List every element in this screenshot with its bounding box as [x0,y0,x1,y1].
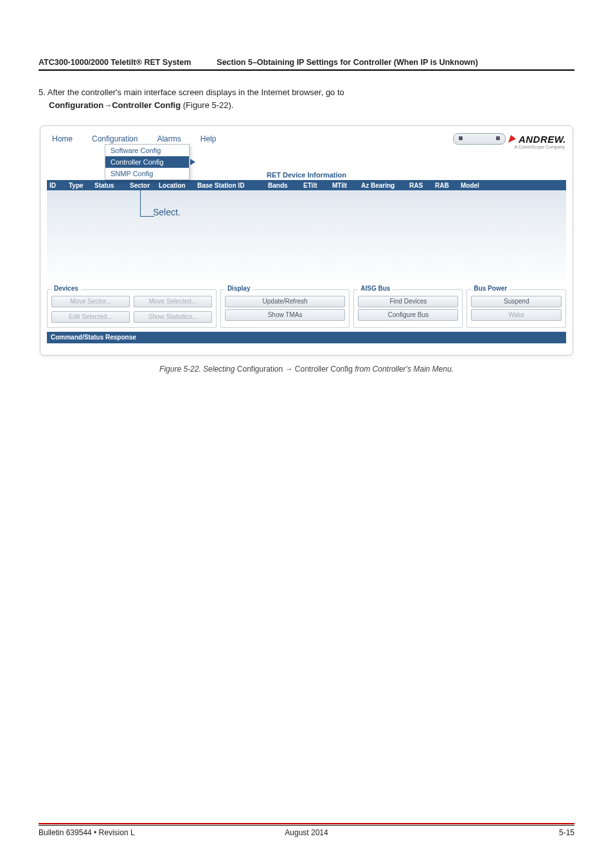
step-tail: (Figure 5-22). [181,100,233,110]
step-5-text: 5. After the controller's main interface… [39,86,574,111]
step-line1: After the controller's main interface sc… [48,87,344,97]
aisg-bus-panel-title: AISG Bus [358,285,393,292]
submenu-software-config[interactable]: Software Config [105,145,189,156]
caption-config: Configuration [237,365,283,374]
step-menu-a: Configuration [49,100,103,110]
caption-post: from Controller's Main Menu. [353,365,454,374]
col-id[interactable]: ID [47,182,66,189]
bus-power-panel-title: Bus Power [471,285,510,292]
display-panel: Display Update/Refresh Show TMAs [220,289,350,328]
menubar: Home Configuration Alarms Help Software … [47,132,566,145]
footer-rule [39,823,574,826]
menu-help[interactable]: Help [195,133,228,145]
update-refresh-button[interactable]: Update/Refresh [225,296,345,307]
configuration-submenu: Software Config Controller Config SNMP C… [105,144,190,180]
col-bands[interactable]: Bands [265,182,301,189]
devices-panel: Devices Move Sector... Move Selected... … [47,289,217,328]
brand-logo: ANDREW. [510,134,566,145]
suspend-button[interactable]: Suspend [471,296,562,307]
col-ras[interactable]: RAS [407,182,432,189]
brand-subtext: A CommScope Company [514,145,565,149]
action-panels: Devices Move Sector... Move Selected... … [47,289,566,328]
col-mtilt[interactable]: MTilt [330,182,359,189]
find-devices-button[interactable]: Find Devices [358,296,458,307]
col-sector[interactable]: Sector [127,182,156,189]
step-number: 5. [39,87,48,97]
col-az-bearing[interactable]: Az Bearing [359,182,407,189]
move-sector-button[interactable]: Move Sector... [51,296,130,307]
controller-screenshot: Home Configuration Alarms Help Software … [40,125,573,356]
edit-selected-button[interactable]: Edit Selected... [51,311,130,323]
footer-bulletin: Bulletin 639544 • Revision L [39,828,217,837]
brand-area: ANDREW. A CommScope Company [453,133,566,145]
col-model[interactable]: Model [458,182,566,189]
page-footer: Bulletin 639544 • Revision L August 2014… [39,823,574,837]
header-section: Section 5–Obtaining IP Settings for Cont… [217,58,574,67]
caption-arrow: → [283,365,295,374]
display-panel-title: Display [225,285,253,292]
figure-caption: Figure 5-22. Selecting Configuration → C… [39,365,574,374]
footer-page-number: 5-15 [396,828,574,837]
menu-configuration[interactable]: Configuration [87,133,149,145]
step-menu-b: Controller Config [112,100,181,110]
caption-pre: Figure 5-22. Selecting [159,365,237,374]
caption-controller: Controller Config [295,365,353,374]
wake-button[interactable]: Wake [471,309,562,321]
page-header: ATC300-1000/2000 Teletilt® RET System Se… [39,58,574,71]
aisg-bus-panel: AISG Bus Find Devices Configure Bus [353,289,463,328]
devices-panel-title: Devices [51,285,81,292]
footer-date: August 2014 [217,828,396,837]
show-statistics-button[interactable]: Show Statistics... [134,311,212,323]
col-location[interactable]: Location [156,182,195,189]
col-status[interactable]: Status [92,182,127,189]
step-arrow: → [103,100,112,110]
configure-bus-button[interactable]: Configure Bus [358,309,458,321]
ret-table-body: Select. [47,190,566,287]
move-selected-button[interactable]: Move Selected... [134,296,212,307]
col-type[interactable]: Type [66,182,92,189]
select-annotation: Select. [153,207,181,217]
col-rab[interactable]: RAB [432,182,458,189]
menu-alarms[interactable]: Alarms [152,133,192,145]
select-label: Select. [153,207,181,217]
ret-table-header: ID Type Status Sector Location Base Stat… [47,180,566,190]
submenu-arrow-icon [190,159,195,165]
show-tmas-button[interactable]: Show TMAs [225,309,345,321]
command-status-bar: Command/Status Response [47,332,566,343]
col-base-station[interactable]: Base Station ID [195,182,265,189]
col-etilt[interactable]: ETilt [301,182,330,189]
submenu-snmp-config[interactable]: SNMP Config [105,168,189,179]
header-product: ATC300-1000/2000 Teletilt® RET System [39,58,191,67]
bus-power-panel: Bus Power Suspend Wake [466,289,566,328]
menu-home[interactable]: Home [47,133,84,145]
brand-chip-icon [453,133,506,145]
submenu-controller-config[interactable]: Controller Config [105,156,189,168]
